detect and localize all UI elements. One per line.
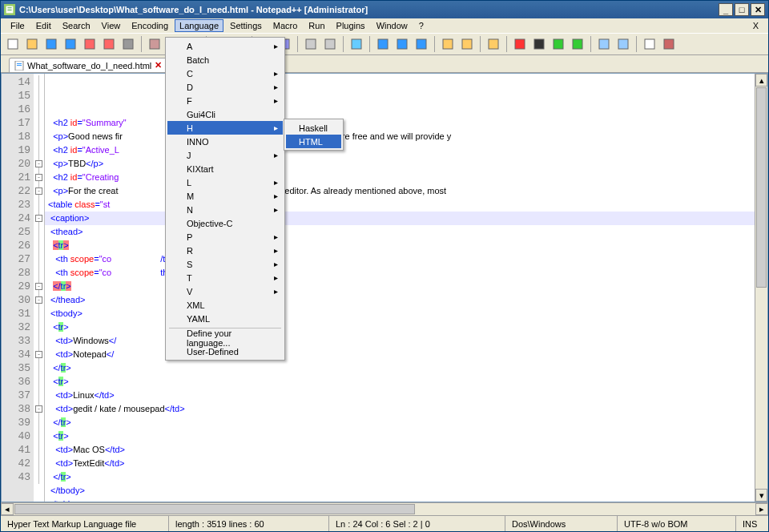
lang-menu-f[interactable]: F: [167, 94, 283, 107]
code-line[interactable]: </table>: [48, 498, 755, 502]
fold-toggle[interactable]: -: [35, 283, 42, 290]
code-line[interactable]: <th scope="co th>: [48, 266, 755, 280]
code-line[interactable]: <p>Good news fir ftware components for c…: [48, 130, 755, 143]
scroll-down-arrow[interactable]: ▾: [755, 489, 767, 502]
lang-menu-c[interactable]: C: [167, 66, 283, 80]
fold-toggle[interactable]: -: [35, 351, 42, 358]
menu-view[interactable]: View: [97, 19, 126, 32]
lang-menu-v[interactable]: V: [167, 284, 283, 298]
code-line[interactable]: <th scope="co /th>: [48, 252, 755, 266]
code-line[interactable]: </thead>: [48, 293, 755, 307]
fold-toggle[interactable]: -: [35, 174, 42, 181]
lang-menu-m[interactable]: M: [167, 189, 283, 203]
lang-menu-kixtart[interactable]: KIXtart: [167, 162, 283, 175]
code-line[interactable]: <tr>: [48, 429, 755, 443]
lang-menu-batch[interactable]: Batch: [167, 53, 283, 66]
lang-menu-l[interactable]: L: [167, 175, 283, 189]
fold-toggle[interactable]: -: [35, 160, 42, 167]
toolbar-wrap-button[interactable]: [374, 35, 392, 53]
titlebar[interactable]: C:\Users\user\Desktop\What_software_do_I…: [1, 1, 768, 18]
toolbar-closeall-button[interactable]: [100, 35, 118, 53]
toolbar-bug-button[interactable]: [660, 35, 678, 53]
toolbar-new-button[interactable]: [4, 35, 22, 53]
toolbar-sync-button[interactable]: [348, 35, 365, 53]
code-line[interactable]: <caption>: [48, 212, 755, 225]
file-tab[interactable]: What_software_do_I_need.html ✕: [9, 58, 167, 72]
lang-menu-objective-c[interactable]: Objective-C: [167, 216, 283, 230]
code-line[interactable]: <tbody>: [48, 307, 755, 320]
toolbar-zoomin-button[interactable]: [302, 35, 320, 53]
lang-submenu-html[interactable]: HTML: [286, 135, 341, 148]
menu-window[interactable]: Window: [372, 19, 413, 32]
toolbar-saveall-button[interactable]: [62, 35, 79, 53]
horizontal-scrollbar[interactable]: ◂ ▸: [1, 502, 768, 515]
code-line[interactable]: <td>Linux</td>: [48, 389, 755, 402]
scroll-right-arrow[interactable]: ▸: [755, 503, 768, 515]
menu-macro[interactable]: Macro: [268, 19, 303, 32]
lang-menu-yaml[interactable]: YAML: [167, 312, 283, 325]
tab-close-icon[interactable]: ✕: [155, 60, 162, 71]
toolbar-save-button[interactable]: [42, 35, 60, 53]
lang-menu-j[interactable]: J: [167, 148, 283, 162]
toolbar-fold-button[interactable]: [439, 35, 457, 53]
toolbar-spell-button[interactable]: [641, 35, 658, 53]
toolbar-rec-button[interactable]: [511, 35, 529, 53]
toolbar-indent-button[interactable]: [413, 35, 430, 53]
code-line[interactable]: <td>gedit / kate / mousepad</td>: [48, 402, 755, 416]
code-line[interactable]: <tr>: [48, 320, 755, 334]
code-line[interactable]: <h2 id="Creating iting</h2>: [48, 171, 755, 184]
minimize-button[interactable]: _: [719, 3, 733, 16]
menu-encoding[interactable]: Encoding: [127, 19, 173, 32]
lang-menu-p[interactable]: P: [167, 230, 283, 244]
scroll-left-arrow[interactable]: ◂: [1, 503, 14, 515]
menu-search[interactable]: Search: [58, 19, 95, 32]
lang-menu-define-your-language-[interactable]: Define your language...: [167, 331, 283, 345]
lang-submenu-haskell[interactable]: Haskell: [286, 121, 341, 135]
code-line[interactable]: <p>TBD</p>: [48, 157, 755, 171]
lang-menu-inno[interactable]: INNO: [167, 135, 283, 148]
menu-run[interactable]: Run: [304, 19, 329, 32]
toolbar-play-button[interactable]: [550, 35, 567, 53]
lang-menu-n[interactable]: N: [167, 203, 283, 216]
code-line[interactable]: <table class="st: [48, 198, 755, 212]
toolbar-open-button[interactable]: [23, 35, 41, 53]
lang-menu-user-defined[interactable]: User-Defined: [167, 345, 283, 358]
code-line[interactable]: <td>Windows</: [48, 334, 755, 348]
code-line[interactable]: <p>For the creat g a web site, you will …: [48, 184, 755, 198]
code-line[interactable]: <h2 id="Active_L ning</h2>: [48, 143, 755, 157]
menu-file[interactable]: File: [6, 19, 30, 32]
toolbar-cut-button[interactable]: [146, 35, 163, 53]
lang-menu-h[interactable]: H: [167, 121, 283, 135]
code-line[interactable]: </tr>: [48, 280, 755, 293]
toolbar-stop-button[interactable]: [530, 35, 548, 53]
toolbar-doc-button[interactable]: [485, 35, 502, 53]
toolbar-unfold-button[interactable]: [458, 35, 476, 53]
lang-menu-r[interactable]: R: [167, 244, 283, 257]
code-line[interactable]: </tr>: [48, 361, 755, 375]
toolbar-macro2-button[interactable]: [614, 35, 632, 53]
code-line[interactable]: </tr>: [48, 470, 755, 484]
toolbar-playmulti-button[interactable]: [569, 35, 586, 53]
fold-toggle[interactable]: -: [35, 296, 42, 304]
menu-edit[interactable]: Edit: [31, 19, 56, 32]
maximize-button[interactable]: □: [735, 3, 749, 16]
code-line[interactable]: </tr>: [48, 416, 755, 429]
toolbar-chars-button[interactable]: [393, 35, 411, 53]
lang-menu-xml[interactable]: XML: [167, 298, 283, 312]
toolbar-zoomout-button[interactable]: [321, 35, 339, 53]
code-line[interactable]: <td>Mac OS</td>: [48, 443, 755, 457]
vscroll-thumb[interactable]: [756, 87, 767, 288]
vertical-scrollbar[interactable]: ▴ ▾: [755, 74, 767, 502]
lang-menu-d[interactable]: D: [167, 80, 283, 94]
code-line[interactable]: <tr>: [48, 239, 755, 252]
close-button[interactable]: ✕: [751, 3, 765, 16]
fold-toggle[interactable]: -: [35, 215, 42, 222]
code-area[interactable]: <h2 id="Summary" <p>Good news fir ftware…: [45, 74, 755, 502]
fold-toggle[interactable]: -: [35, 187, 42, 195]
fold-toggle[interactable]: -: [35, 405, 42, 413]
menu-language[interactable]: Language: [175, 19, 223, 32]
menu-settings[interactable]: Settings: [225, 19, 267, 32]
toolbar-macro1-button[interactable]: [595, 35, 613, 53]
scroll-up-arrow[interactable]: ▴: [755, 74, 767, 87]
hscroll-thumb[interactable]: [14, 504, 415, 514]
